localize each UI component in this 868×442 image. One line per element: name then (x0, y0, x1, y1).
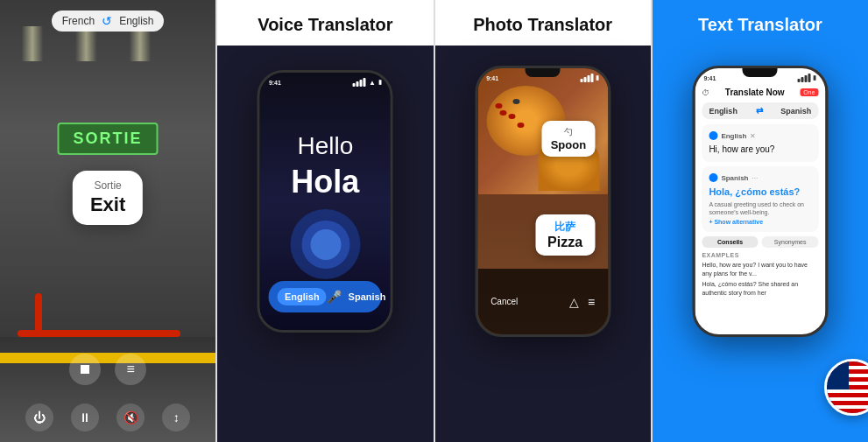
status-bar: 9:41 ▲ ▮ (269, 78, 382, 87)
voice-translator-panel: Voice Translator 9:41 ▲ ▮ Hello (217, 0, 433, 442)
example-1: Hello, how are you? I want you to have a… (702, 261, 818, 278)
more-options-icon[interactable]: ··· (752, 174, 759, 182)
text-header: Text Translator (653, 0, 868, 46)
target-text: Hola, ¿cómo estás? (709, 186, 811, 198)
camera-icon[interactable]: △ (569, 295, 579, 309)
history-icon[interactable]: ⏱ (702, 88, 709, 97)
app-title: Translate Now (725, 88, 785, 97)
status-icons-text: ▮ (797, 74, 816, 82)
text-title: Text Translator (661, 14, 859, 35)
text-app-header: ⏱ Translate Now One (702, 88, 818, 97)
dynamic-island (526, 68, 561, 77)
voice-animation (290, 218, 360, 270)
hola-label: Hola (291, 164, 359, 200)
photo-screen: 勺 Spoon 比萨 Pizza Cancel △ ≡ (477, 68, 608, 334)
target-header: Spanish ··· (709, 173, 811, 182)
pizza-english: Pizza (547, 235, 582, 250)
source-lang[interactable]: English (709, 107, 737, 116)
target-lang[interactable]: Spanish (780, 107, 811, 116)
source-header: English ✕ (709, 131, 811, 140)
cancel-button[interactable]: Cancel (490, 297, 518, 306)
top-language-bar[interactable]: French ↺ English (18, 11, 198, 32)
source-play-button[interactable] (709, 131, 717, 140)
voice-phone-mockup: 9:41 ▲ ▮ Hello Hola (258, 70, 393, 333)
camera-controls: ⏹ ≡ (0, 354, 215, 385)
photo-header: Photo Translator (435, 0, 651, 46)
rotate-button[interactable]: ↕ (162, 403, 190, 431)
lang-toggle-right[interactable]: Spanish (342, 288, 393, 305)
pizza-label: 比萨 Pizza (535, 214, 595, 256)
us-flag-badge (824, 359, 868, 416)
voice-title: Voice Translator (226, 14, 424, 35)
pause-button[interactable]: ⏸ (71, 403, 99, 431)
photo-title: Photo Translator (444, 14, 642, 35)
signal-icon-photo (580, 74, 593, 82)
status-time-text: 9:41 (703, 75, 716, 81)
source-section: English ✕ Hi, how are you? (702, 124, 818, 162)
microphone-icon[interactable]: 🎤 (327, 290, 342, 304)
ar-camera-panel: French ↺ English SORTIE Sortie Exit ⏹ ≡ … (0, 0, 215, 442)
dynamic-island-4 (743, 68, 778, 77)
battery-icon-photo: ▮ (596, 74, 599, 81)
target-language[interactable]: English (119, 15, 153, 27)
status-time: 9:41 (269, 80, 281, 86)
app-tabs: Conseils Synonymes (702, 236, 818, 248)
translated-word: Exit (90, 193, 125, 216)
voice-header: Voice Translator (217, 0, 433, 46)
ar-detected-sign: SORTIE (58, 123, 159, 155)
app-badge: One (800, 88, 818, 96)
menu-icon[interactable]: ≡ (588, 295, 595, 309)
photo-translator-panel: Photo Translator 9:41 ▮ (435, 0, 651, 442)
source-lang-label: English (721, 132, 746, 140)
battery-icon: ▮ (378, 79, 382, 86)
target-section: Spanish ··· Hola, ¿cómo estás? A casual … (702, 166, 818, 232)
wifi-icon: ▲ (369, 79, 376, 87)
status-icons: ▲ ▮ (353, 78, 382, 87)
target-lang-label: Spanish (721, 174, 748, 182)
red-pipe-vertical (35, 293, 42, 337)
examples-label: EXAMPLES (702, 252, 818, 258)
original-word: Sortie (90, 179, 125, 192)
sync-icon[interactable]: ↺ (102, 14, 112, 28)
flag-canton (827, 361, 849, 389)
spoon-english: Spoon (551, 138, 586, 151)
target-play-button[interactable] (709, 173, 717, 182)
target-subtext: A casual greeting used to check on someo… (709, 200, 811, 216)
show-alternative-button[interactable]: + Show alternative (709, 219, 811, 225)
power-button[interactable]: ⏻ (25, 403, 53, 431)
text-phone-mockup: 9:41 ▮ ⏱ Translate Now One English ⇄ (692, 66, 828, 337)
text-translator-panel: Text Translator 9:41 ▮ ⏱ Translate Now O (653, 0, 868, 442)
text-screen: ⏱ Translate Now One English ⇄ Spanish En… (695, 68, 825, 334)
language-toggle[interactable]: English 🎤 Spanish (269, 281, 382, 312)
lang-selector[interactable]: English ⇄ Spanish (702, 102, 818, 119)
ceiling-lights (0, 26, 215, 61)
translation-bubble: Sortie Exit (73, 171, 143, 225)
footer-buttons: ⏻ ⏸ 🔇 ↕ (0, 403, 215, 431)
mute-button[interactable]: 🔇 (116, 403, 145, 431)
source-text: Hi, how are you? (709, 144, 811, 155)
spoon-chinese: 勺 (551, 126, 586, 138)
voice-screen: 9:41 ▲ ▮ Hello Hola (260, 73, 391, 330)
swap-icon[interactable]: ⇄ (756, 106, 763, 116)
tab-synonymes[interactable]: Synonymes (762, 236, 819, 248)
lang-toggle-left[interactable]: English (278, 288, 327, 305)
example-2: Hola, ¿cómo estás? She shared an authent… (702, 280, 818, 298)
camera-control-btn[interactable]: ⏹ (69, 354, 101, 385)
tab-conseils[interactable]: Conseils (702, 236, 759, 248)
photo-bottom-bar: Cancel △ ≡ (477, 269, 608, 334)
voice-circle-inner (310, 229, 341, 260)
battery-icon-text: ▮ (813, 74, 816, 81)
menu-btn[interactable]: ≡ (115, 354, 146, 385)
status-time-photo: 9:41 (486, 75, 498, 81)
status-icons-photo: ▮ (580, 74, 599, 82)
source-language[interactable]: French (62, 15, 95, 27)
hello-label: Hello (297, 132, 353, 160)
photo-phone-mockup: 9:41 ▮ (475, 66, 610, 337)
photo-icons: △ ≡ (569, 295, 595, 309)
signal-icon (353, 78, 366, 87)
us-flag (827, 361, 868, 413)
pizza-chinese: 比萨 (547, 220, 582, 235)
clear-button[interactable]: ✕ (750, 132, 756, 140)
language-selector[interactable]: French ↺ English (52, 11, 165, 32)
spoon-label: 勺 Spoon (542, 121, 595, 157)
